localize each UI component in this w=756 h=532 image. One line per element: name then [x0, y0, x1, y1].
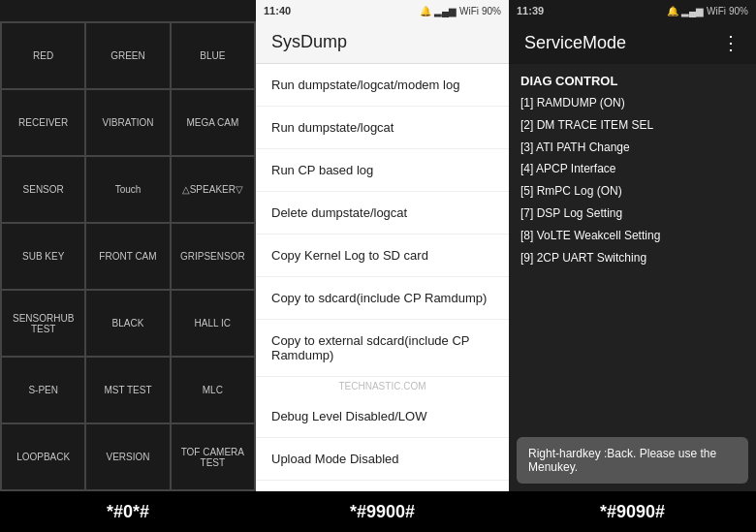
left-bottom-code: *#0*#	[107, 502, 149, 522]
grid-cell-label-touch: Touch	[113, 182, 143, 197]
middle-title-bar: SysDump	[256, 21, 509, 64]
middle-time: 11:40	[264, 5, 291, 16]
grid-cell-label-gripsensor: GRIPSENSOR	[178, 249, 247, 264]
middle-status-bar: 11:40 🔔 ▂▄▆ WiFi 90%	[256, 0, 509, 21]
left-bottom-bar: *#0*#	[0, 491, 256, 532]
grid-cell-label-front-cam: FRONT CAM	[97, 249, 158, 264]
middle-title: SysDump	[271, 32, 347, 52]
wifi-icon: WiFi	[459, 6, 479, 16]
right-time: 11:39	[517, 5, 544, 16]
menu-item-copy-to-sdcard[interactable]: Copy to sdcard(include CP Ramdump)	[256, 277, 509, 320]
grid-cell-label-version: VERSION	[104, 450, 151, 464]
more-options-icon[interactable]: ⋮	[721, 31, 740, 54]
right-notification-icon: 🔔	[667, 6, 678, 16]
grid-cell-hall-ic[interactable]: HALL IC	[171, 290, 255, 357]
grid-cell-speaker[interactable]: △SPEAKER▽	[171, 156, 255, 223]
middle-bottom-bar: *#9900#	[256, 491, 509, 532]
right-status-bar: 11:39 🔔 ▂▄▆ WiFi 90%	[509, 0, 756, 21]
grid-cell-tof-camera-test[interactable]: TOF CAMERA TEST	[171, 423, 255, 490]
grid-cell-label-sensor: SENSOR	[21, 182, 66, 197]
right-title: ServiceMode	[524, 33, 626, 53]
grid-cell-blue[interactable]: BLUE	[171, 22, 255, 89]
menu-item-run-cp-based-log[interactable]: Run CP based log	[256, 149, 509, 192]
grid-cell-black[interactable]: BLACK	[85, 290, 170, 357]
right-title-bar: ServiceMode ⋮	[509, 21, 756, 64]
right-menu-item-dsp-log[interactable]: [7] DSP Log Setting	[520, 203, 744, 225]
grid-cell-label-loopback: LOOPBACK	[15, 450, 72, 464]
grid-cell-sensor[interactable]: SENSOR	[1, 156, 85, 223]
grid-cell-label-sub-key: SUB KEY	[20, 249, 66, 264]
grid-cell-label-sensorhub-test: SENSORHUB TEST	[2, 311, 84, 336]
grid-cell-label-blue: BLUE	[198, 48, 227, 63]
grid-cell-label-black: BLACK	[110, 316, 146, 330]
middle-content: Run dumpstate/logcat/modem logRun dumpst…	[256, 64, 509, 491]
right-menu-item-volte-weak[interactable]: [8] VoLTE Weakcell Setting	[520, 225, 744, 247]
grid-cell-version[interactable]: VERSION	[85, 423, 170, 490]
right-wifi-icon: WiFi	[707, 6, 726, 16]
right-tooltip: Right-hardkey :Back. Please use the Menu…	[517, 437, 748, 484]
grid-cell-label-s-pen: S-PEN	[26, 383, 60, 397]
menu-item-cp-debugging-popup[interactable]: CP Debugging Popup UI : Disabled	[256, 481, 509, 491]
middle-panel: 11:40 🔔 ▂▄▆ WiFi 90% SysDump Run dumpsta…	[256, 0, 509, 532]
right-status-icons: 🔔 ▂▄▆ WiFi 90%	[667, 6, 748, 16]
right-panel: 11:39 🔔 ▂▄▆ WiFi 90% ServiceMode ⋮ DIAG …	[509, 0, 756, 532]
battery-icon: 90%	[482, 6, 501, 16]
menu-item-run-dumpstate-logcat[interactable]: Run dumpstate/logcat	[256, 107, 509, 149]
grid-cell-label-green: GREEN	[109, 48, 147, 63]
right-battery-icon: 90%	[729, 6, 748, 16]
grid-cell-label-vibration: VIBRATION	[100, 115, 155, 130]
right-menu-item-ramdump[interactable]: [1] RAMDUMP (ON)	[520, 92, 744, 114]
right-menu-item-rmpc-log[interactable]: [5] RmPC Log (ON)	[520, 180, 744, 203]
grid-cell-mega-cam[interactable]: MEGA CAM	[171, 89, 255, 156]
menu-item-copy-to-external-sdcard[interactable]: Copy to external sdcard(include CP Ramdu…	[256, 320, 509, 377]
grid-cell-label-receiver: RECEIVER	[16, 115, 70, 130]
right-section-header: DIAG CONTROL	[520, 74, 744, 88]
grid-cell-s-pen[interactable]: S-PEN	[1, 357, 85, 423]
grid-cell-sub-key[interactable]: SUB KEY	[1, 223, 85, 290]
grid-cell-sensorhub-test[interactable]: SENSORHUB TEST	[1, 290, 85, 357]
grid-cell-label-mlc: MLC	[201, 383, 225, 397]
middle-status-icons: 🔔 ▂▄▆ WiFi 90%	[420, 6, 501, 16]
right-menu-item-apcp-interface[interactable]: [4] APCP Interface	[520, 158, 744, 180]
test-grid: REDGREENBLUERECEIVERVIBRATIONMEGA CAMSEN…	[0, 21, 256, 491]
right-menu-item-ati-path[interactable]: [3] ATI PATH Change	[520, 137, 744, 159]
grid-cell-mst-test[interactable]: MST TEST	[85, 357, 170, 423]
right-bottom-code: *#9090#	[600, 502, 665, 522]
grid-cell-receiver[interactable]: RECEIVER	[1, 89, 85, 156]
watermark-text: TECHNASTIC.COM	[256, 377, 509, 395]
signal-icon: ▂▄▆	[434, 6, 457, 16]
grid-cell-red[interactable]: RED	[1, 22, 85, 89]
middle-bottom-code: *#9900#	[350, 502, 415, 522]
grid-cell-label-hall-ic: HALL IC	[193, 316, 233, 330]
right-signal-icon: ▂▄▆	[681, 6, 704, 16]
menu-item-debug-level[interactable]: Debug Level Disabled/LOW	[256, 395, 509, 438]
grid-cell-mlc[interactable]: MLC	[171, 357, 255, 423]
grid-cell-label-speaker: △SPEAKER▽	[180, 182, 245, 197]
right-content: DIAG CONTROL[1] RAMDUMP (ON)[2] DM TRACE…	[509, 64, 756, 429]
grid-cell-touch[interactable]: Touch	[85, 156, 170, 223]
grid-cell-front-cam[interactable]: FRONT CAM	[85, 223, 170, 290]
left-panel: REDGREENBLUERECEIVERVIBRATIONMEGA CAMSEN…	[0, 0, 256, 532]
grid-cell-label-mst-test: MST TEST	[102, 383, 153, 397]
menu-item-run-dumpstate-logcat-modem[interactable]: Run dumpstate/logcat/modem log	[256, 64, 509, 107]
right-menu-item-dm-trace[interactable]: [2] DM TRACE ITEM SEL	[520, 114, 744, 137]
grid-cell-label-tof-camera-test: TOF CAMERA TEST	[172, 445, 254, 470]
menu-item-copy-kernel-log[interactable]: Copy Kernel Log to SD card	[256, 235, 509, 277]
left-status-bar	[0, 0, 256, 21]
grid-cell-vibration[interactable]: VIBRATION	[85, 89, 170, 156]
notification-icon: 🔔	[420, 6, 431, 16]
grid-cell-green[interactable]: GREEN	[85, 22, 170, 89]
grid-cell-gripsensor[interactable]: GRIPSENSOR	[171, 223, 255, 290]
grid-cell-label-mega-cam: MEGA CAM	[184, 115, 240, 130]
grid-cell-label-red: RED	[31, 48, 55, 63]
menu-item-upload-mode[interactable]: Upload Mode Disabled	[256, 438, 509, 481]
menu-item-delete-dumpstate-logcat[interactable]: Delete dumpstate/logcat	[256, 192, 509, 235]
right-menu-item-uart-switching[interactable]: [9] 2CP UART Switching	[520, 247, 744, 269]
grid-cell-loopback[interactable]: LOOPBACK	[1, 423, 85, 490]
right-bottom-bar: *#9090#	[509, 491, 756, 532]
